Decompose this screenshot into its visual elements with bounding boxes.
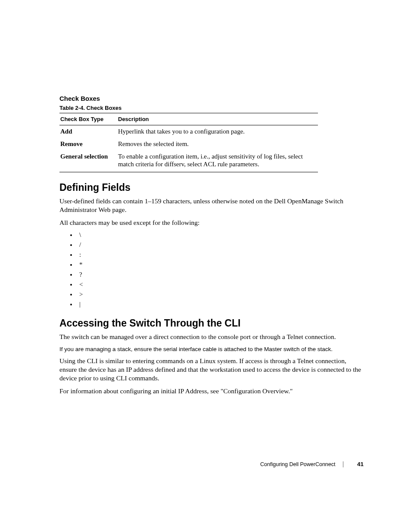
footer-separator bbox=[343, 461, 343, 467]
list-item: : bbox=[77, 251, 364, 258]
cell-type: Add bbox=[59, 125, 117, 138]
cell-type: Remove bbox=[59, 138, 117, 150]
paragraph: User-defined fields can contain 1–159 ch… bbox=[59, 197, 364, 214]
paragraph: For information about configuring an ini… bbox=[59, 387, 364, 395]
table-header-desc: Description bbox=[117, 113, 318, 125]
forbidden-characters-list: \ / : * ? < > | bbox=[59, 231, 364, 308]
list-item: > bbox=[77, 291, 364, 298]
table-row: Remove Removes the selected item. bbox=[59, 138, 318, 150]
list-item: | bbox=[77, 301, 364, 308]
cell-desc: To enable a configuration item, i.e., ad… bbox=[117, 150, 318, 172]
cell-desc: Removes the selected item. bbox=[117, 138, 318, 150]
list-item: / bbox=[77, 241, 364, 249]
cell-desc: Hyperlink that takes you to a configurat… bbox=[117, 125, 318, 138]
cell-type: General selection bbox=[59, 150, 117, 172]
heading-accessing-cli: Accessing the Switch Through the CLI bbox=[59, 317, 364, 329]
section-heading-check-boxes: Check Boxes bbox=[59, 95, 364, 102]
list-item: * bbox=[77, 261, 364, 268]
list-item: ? bbox=[77, 271, 364, 278]
table-row: General selection To enable a configurat… bbox=[59, 150, 318, 172]
table-header-type: Check Box Type bbox=[59, 113, 117, 125]
page-footer: Configuring Dell PowerConnect 41 bbox=[260, 461, 364, 467]
list-item: < bbox=[77, 281, 364, 288]
table-row: Add Hyperlink that takes you to a config… bbox=[59, 125, 318, 138]
list-item: \ bbox=[77, 231, 364, 239]
heading-defining-fields: Defining Fields bbox=[59, 182, 364, 193]
paragraph: All characters may be used except for th… bbox=[59, 218, 364, 227]
paragraph: The switch can be managed over a direct … bbox=[59, 333, 364, 341]
note-paragraph: If you are managing a stack, ensure the … bbox=[59, 346, 364, 352]
paragraph: Using the CLI is similar to entering com… bbox=[59, 357, 364, 383]
table-caption: Table 2-4. Check Boxes bbox=[59, 105, 364, 111]
check-boxes-table: Check Box Type Description Add Hyperlink… bbox=[59, 113, 318, 172]
footer-title: Configuring Dell PowerConnect bbox=[260, 461, 335, 467]
page-number: 41 bbox=[357, 461, 364, 467]
